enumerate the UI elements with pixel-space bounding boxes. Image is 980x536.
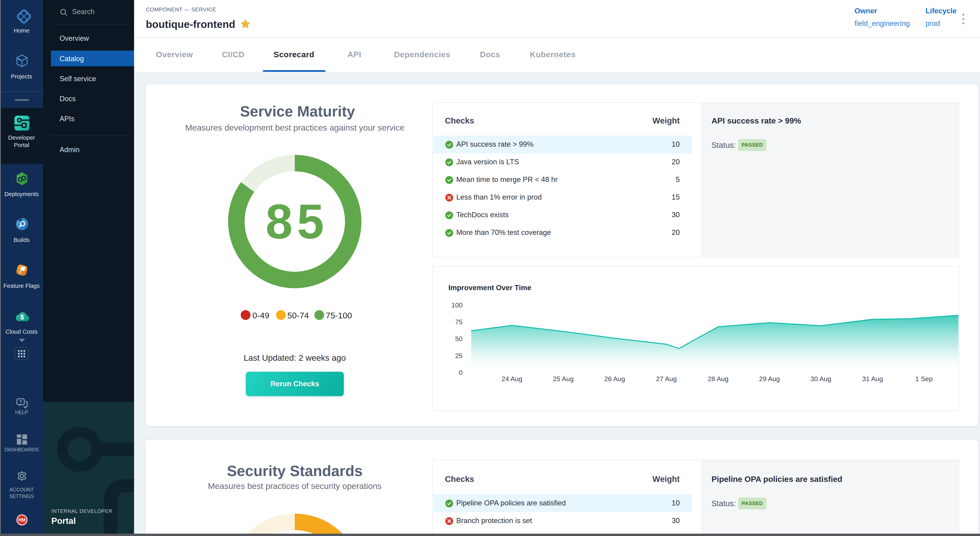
svg-text:?: ? bbox=[19, 399, 22, 404]
svg-text:$: $ bbox=[21, 313, 24, 321]
